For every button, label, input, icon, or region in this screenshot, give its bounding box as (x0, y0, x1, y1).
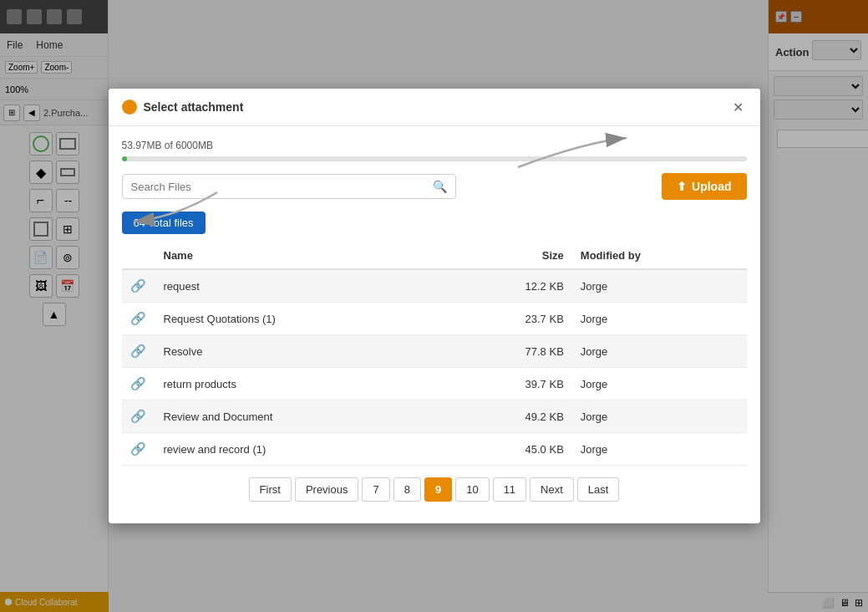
file-link-icon[interactable]: 🔗 (122, 400, 155, 433)
progress-bar-container (122, 156, 747, 161)
file-size: 45.0 KB (447, 433, 572, 466)
modal-header: Select attachment ✕ (109, 89, 760, 126)
upload-icon: ⬆ (677, 180, 687, 193)
file-modified-by: Jorge (572, 335, 747, 368)
upload-button[interactable]: ⬆ Upload (662, 173, 746, 200)
file-name[interactable]: Resolve (155, 335, 447, 368)
file-link-icon[interactable]: 🔗 (122, 335, 155, 368)
file-name[interactable]: Request Quotations (1) (155, 303, 447, 335)
modal-title: Select attachment (144, 100, 244, 114)
file-table-body: 🔗request12.2 KBJorge🔗Request Quotations … (122, 269, 747, 466)
table-row: 🔗return products39.7 KBJorge (122, 368, 747, 400)
file-modified-by: Jorge (572, 400, 747, 433)
file-name[interactable]: request (155, 269, 447, 303)
search-input[interactable] (131, 181, 426, 193)
file-size: 23.7 KB (447, 303, 572, 335)
file-name[interactable]: Review and Document (155, 400, 447, 433)
total-files-button[interactable]: 64 Total files (122, 212, 206, 234)
file-link-icon[interactable]: 🔗 (122, 433, 155, 466)
modal-icon (122, 99, 137, 115)
file-link-icon[interactable]: 🔗 (122, 269, 155, 303)
file-link-icon[interactable]: 🔗 (122, 368, 155, 400)
pagination-button-next[interactable]: Next (530, 477, 574, 502)
pagination-button-7[interactable]: 7 (362, 477, 389, 502)
table-row: 🔗review and record (1)45.0 KBJorge (122, 433, 747, 466)
col-name: Name (155, 242, 447, 269)
pagination-button-first[interactable]: First (249, 477, 292, 502)
col-icon (122, 242, 155, 269)
select-attachment-modal: Select attachment ✕ 53.97MB of 6000MB 🔍 … (109, 89, 760, 523)
file-size: 39.7 KB (447, 368, 572, 400)
progress-bar-fill (122, 156, 128, 161)
file-name[interactable]: review and record (1) (155, 433, 447, 466)
file-size: 77.8 KB (447, 335, 572, 368)
pagination-button-8[interactable]: 8 (393, 477, 421, 502)
search-box: 🔍 (122, 174, 456, 199)
table-header: Name Size Modified by (122, 242, 747, 269)
col-modified: Modified by (572, 242, 747, 269)
pagination-button-10[interactable]: 10 (455, 477, 489, 502)
file-modified-by: Jorge (572, 303, 747, 335)
modal-overlay: Select attachment ✕ 53.97MB of 6000MB 🔍 … (0, 0, 868, 612)
search-upload-row: 🔍 ⬆ Upload (122, 173, 747, 200)
table-row: 🔗Resolve77.8 KBJorge (122, 335, 747, 368)
modal-body: 53.97MB of 6000MB 🔍 ⬆ Upload 64 Total fi… (109, 126, 760, 523)
file-link-icon[interactable]: 🔗 (122, 303, 155, 335)
search-icon: 🔍 (433, 180, 447, 193)
file-modified-by: Jorge (572, 433, 747, 466)
pagination-button-11[interactable]: 11 (493, 477, 526, 502)
modal-header-left: Select attachment (122, 99, 244, 115)
col-size: Size (447, 242, 572, 269)
table-row: 🔗Request Quotations (1)23.7 KBJorge (122, 303, 747, 335)
pagination-button-last[interactable]: Last (577, 477, 620, 502)
upload-label: Upload (692, 180, 731, 193)
file-modified-by: Jorge (572, 368, 747, 400)
file-name[interactable]: return products (155, 368, 447, 400)
modal-close-button[interactable]: ✕ (730, 99, 747, 115)
table-header-row: Name Size Modified by (122, 242, 747, 269)
pagination: FirstPrevious7891011NextLast (122, 466, 747, 510)
pagination-button-previous[interactable]: Previous (295, 477, 359, 502)
file-table: Name Size Modified by 🔗request12.2 KBJor… (122, 242, 747, 466)
pagination-button-9[interactable]: 9 (424, 477, 452, 502)
storage-info: 53.97MB of 6000MB (122, 140, 747, 151)
file-size: 49.2 KB (447, 400, 572, 433)
table-row: 🔗request12.2 KBJorge (122, 269, 747, 303)
file-size: 12.2 KB (447, 269, 572, 303)
table-row: 🔗Review and Document49.2 KBJorge (122, 400, 747, 433)
file-modified-by: Jorge (572, 269, 747, 303)
